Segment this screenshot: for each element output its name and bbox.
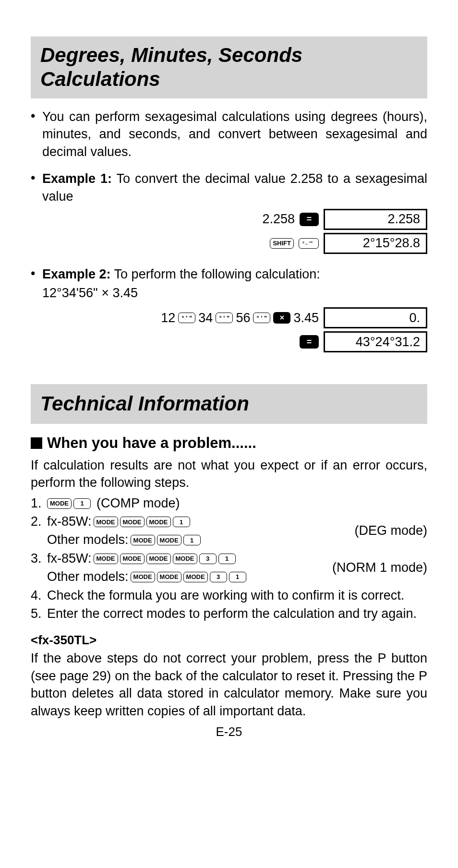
step-number: 1. — [31, 494, 47, 513]
example-1: • Example 1: To convert the decimal valu… — [31, 170, 427, 205]
display-value: 2°15°28.8 — [363, 236, 420, 251]
num-345: 3.45 — [293, 311, 319, 326]
mode-key: MODE — [157, 572, 181, 582]
fx350tl-para: If the above steps do not correct your p… — [31, 650, 427, 720]
mode-key: MODE — [173, 554, 197, 564]
section-title: Technical Information — [40, 392, 419, 416]
ex2-expression: 12°34'56" × 3.45 — [42, 286, 427, 301]
step-3-note: (NORM 1 mode) — [323, 559, 427, 577]
num-34: 34 — [198, 311, 213, 326]
fx85w-label: fx-85W: — [47, 550, 92, 568]
bullet-marker: • — [31, 265, 42, 283]
intro-para: If calculation results are not what you … — [31, 457, 427, 492]
mode-key: MODE — [146, 517, 171, 527]
mode-key: MODE — [146, 554, 171, 564]
bullet-marker: • — [31, 108, 42, 160]
equals-key-icon: = — [300, 335, 319, 349]
display-value: 2.258 — [387, 212, 420, 227]
mode-key: MODE — [183, 572, 208, 582]
step-number: 3. — [31, 550, 47, 568]
page-number: E-25 — [31, 724, 427, 739]
one-key: 1 — [173, 517, 190, 527]
example-2-desc: To perform the following calculation: — [111, 267, 320, 281]
display-box: 43°24°31.2 — [324, 331, 427, 352]
fx350tl-heading: <fx-350TL> — [31, 633, 427, 648]
step-1-note: (COMP mode) — [96, 494, 180, 513]
section-header-dms: Degrees, Minutes, Seconds Calculations — [31, 36, 427, 98]
ex1-line1: 2.258 = 2.258 — [31, 209, 427, 230]
ex2-key-sequence: 12 ° ' " 34 ° ' " 56 ° ' " × 3.45 — [161, 311, 319, 326]
one-key: 1 — [183, 535, 201, 545]
step-4: 4. Check the formula you are working wit… — [31, 587, 427, 605]
dms-key: ° ' " — [253, 313, 270, 323]
ex2-line2: = 43°24°31.2 — [31, 331, 427, 352]
step-number: 4. — [31, 587, 47, 605]
three-key: 3 — [210, 572, 227, 582]
mode-key: MODE — [131, 535, 155, 545]
dms-key: ° ' " — [216, 313, 233, 323]
mode-key: MODE — [131, 572, 155, 582]
mode-key: MODE — [47, 498, 72, 509]
display-box: 0. — [324, 307, 427, 328]
bullet-marker: • — [31, 170, 42, 205]
shift-key: SHIFT — [270, 238, 294, 249]
step-1: 1. MODE 1 (COMP mode) — [31, 494, 427, 513]
section-header-tech: Technical Information — [31, 384, 427, 423]
display-box: 2.258 — [324, 209, 427, 230]
other-models-label: Other models: — [47, 531, 129, 549]
step-3: 3. fx-85W: MODE MODE MODE MODE 3 1 Other… — [31, 550, 427, 586]
step-4-text: Check the formula you are working with t… — [47, 587, 427, 605]
step-5: 5. Enter the correct modes to perform th… — [31, 605, 427, 623]
example-1-text: Example 1: To convert the decimal value … — [42, 170, 427, 205]
step-number: 5. — [31, 605, 47, 623]
example-1-label: Example 1: — [42, 171, 112, 186]
display-value: 0. — [409, 311, 420, 326]
step-2-note: (DEG mode) — [345, 522, 427, 540]
dms-key: ° ' " — [178, 313, 195, 323]
example-2: • Example 2: To perform the following ca… — [31, 265, 427, 283]
ex1-input: 2.258 — [262, 212, 295, 227]
mode-key: MODE — [120, 517, 145, 527]
num-56: 56 — [236, 311, 250, 326]
times-key-icon: × — [273, 312, 290, 324]
mode-key: MODE — [120, 554, 145, 564]
mode-key: MODE — [94, 554, 118, 564]
one-key: 1 — [229, 572, 246, 582]
sub-heading-text: When you have a problem...... — [47, 434, 256, 452]
square-bullet-icon — [31, 437, 42, 449]
step-2: 2. fx-85W: MODE MODE MODE 1 Other models… — [31, 513, 427, 549]
display-value: 43°24°31.2 — [356, 335, 420, 350]
section-title: Degrees, Minutes, Seconds Calculations — [40, 43, 419, 92]
display-box: 2°15°28.8 — [324, 233, 427, 254]
manual-page: Degrees, Minutes, Seconds Calculations •… — [0, 0, 458, 759]
equals-key-icon: = — [300, 213, 319, 226]
ex1-line2: SHIFT °←'" 2°15°28.8 — [31, 233, 427, 254]
svg-text:°←'": °←'" — [302, 241, 313, 246]
step-number: 2. — [31, 513, 47, 531]
bullet-text: You can perform sexagesimal calculations… — [42, 108, 427, 160]
example-2-text: Example 2: To perform the following calc… — [42, 265, 427, 283]
sub-heading-problem: When you have a problem...... — [31, 434, 427, 452]
fx85w-label: fx-85W: — [47, 513, 92, 531]
ex2-line1: 12 ° ' " 34 ° ' " 56 ° ' " × 3.45 0. — [31, 307, 427, 328]
three-key: 3 — [199, 554, 217, 564]
step-5-text: Enter the correct modes to perform the c… — [47, 605, 427, 623]
dms-arrow-key: °←'" — [299, 238, 319, 249]
bullet-intro: • You can perform sexagesimal calculatio… — [31, 108, 427, 160]
example-2-label: Example 2: — [42, 267, 111, 281]
other-models-label: Other models: — [47, 568, 129, 586]
mode-key: MODE — [157, 535, 181, 545]
mode-key: MODE — [94, 517, 118, 527]
num-12: 12 — [161, 311, 175, 326]
one-key: 1 — [73, 498, 91, 509]
one-key: 1 — [218, 554, 236, 564]
